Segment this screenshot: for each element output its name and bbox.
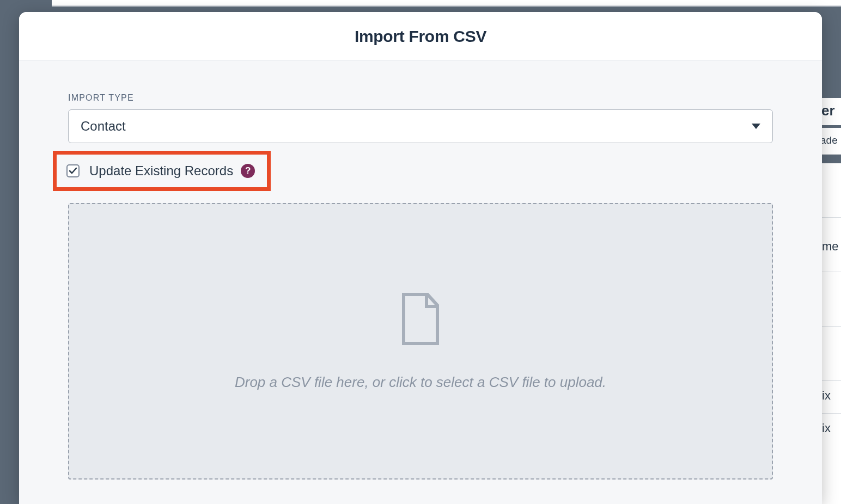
file-icon: [398, 292, 443, 348]
update-existing-highlight: Update Existing Records ?: [53, 151, 271, 191]
bg-row: [819, 272, 841, 327]
chevron-down-icon: [752, 124, 760, 129]
bg-header-fragment: er: [819, 98, 841, 125]
modal-body: IMPORT TYPE Contact Update Existing Reco…: [19, 60, 822, 504]
bg-row: ix: [819, 381, 841, 414]
bg-row: [819, 163, 841, 218]
dropzone-text: Drop a CSV file here, or click to select…: [235, 374, 606, 391]
bg-row: ix: [819, 414, 841, 446]
import-type-label: IMPORT TYPE: [68, 93, 773, 103]
help-icon[interactable]: ?: [241, 164, 255, 178]
import-type-value: Contact: [81, 119, 752, 134]
bg-table-fragment: me ix ix: [819, 163, 841, 504]
bg-subheader-fragment: ade: [819, 128, 841, 155]
update-existing-checkbox[interactable]: [66, 164, 80, 177]
import-type-select[interactable]: Contact: [68, 109, 773, 143]
modal-title: Import From CSV: [30, 27, 811, 46]
update-existing-label: Update Existing Records: [89, 163, 233, 179]
check-icon: [69, 167, 77, 175]
bg-row: me: [819, 218, 841, 272]
import-csv-modal: Import From CSV IMPORT TYPE Contact Upda…: [19, 12, 822, 504]
modal-header: Import From CSV: [19, 12, 822, 60]
bg-row: [819, 327, 841, 381]
background-topbar: [52, 0, 841, 7]
csv-dropzone[interactable]: Drop a CSV file here, or click to select…: [68, 203, 773, 480]
